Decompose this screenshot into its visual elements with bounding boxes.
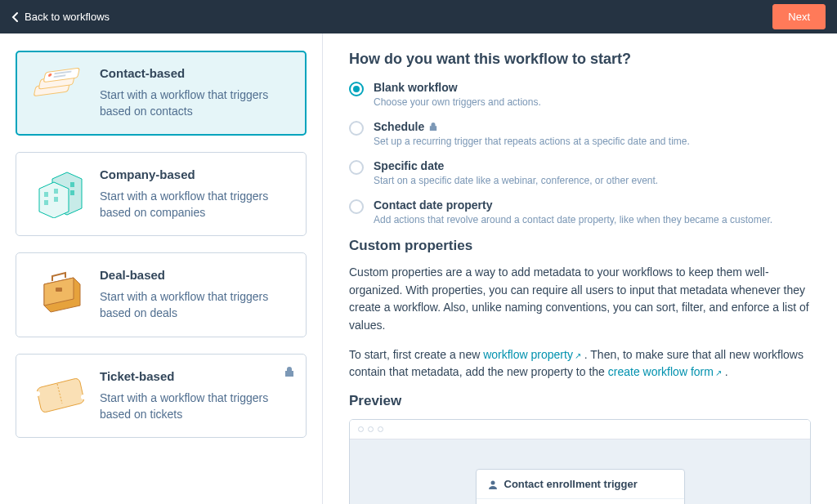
- svg-rect-12: [56, 288, 62, 292]
- option-schedule[interactable]: Schedule Set up a recurring trigger that…: [349, 120, 811, 147]
- card-desc: Start with a workflow that triggers base…: [100, 188, 291, 221]
- option-specific-date[interactable]: Specific date Start on a specific date l…: [349, 159, 811, 186]
- card-title: Contact-based: [100, 66, 291, 80]
- window-dot-icon: [368, 426, 374, 432]
- option-label: Specific date: [374, 159, 444, 172]
- card-desc: Start with a workflow that triggers base…: [100, 288, 291, 322]
- external-link-icon: ↗: [575, 351, 581, 360]
- custom-properties-instructions: To start, first create a new workflow pr…: [349, 346, 811, 381]
- svg-rect-8: [54, 189, 58, 194]
- next-button[interactable]: Next: [772, 4, 826, 29]
- buildings-icon: [28, 167, 88, 218]
- svg-point-13: [35, 391, 40, 396]
- card-desc: Start with a workflow that triggers base…: [100, 390, 291, 423]
- trigger-title: Contact enrollment trigger: [504, 478, 638, 490]
- radio-input[interactable]: [349, 199, 364, 214]
- ticket-icon: [28, 369, 88, 420]
- card-ticket-based[interactable]: Ticket-based Start with a workflow that …: [16, 354, 307, 439]
- svg-rect-10: [70, 182, 74, 187]
- back-button[interactable]: Back to workflows: [11, 11, 110, 23]
- card-contact-based[interactable]: Contact-based Start with a workflow that…: [16, 51, 307, 136]
- svg-point-15: [490, 480, 495, 484]
- external-link-icon: ↗: [715, 368, 722, 377]
- preview-frame: Contact enrollment trigger: [349, 419, 811, 504]
- svg-point-14: [81, 395, 86, 399]
- svg-rect-11: [70, 190, 74, 195]
- create-workflow-form-link[interactable]: create workflow form↗: [608, 365, 722, 378]
- option-label: Blank workflow: [374, 81, 458, 94]
- chevron-left-icon: [11, 12, 18, 22]
- radio-input[interactable]: [349, 82, 364, 96]
- contact-cards-icon: [28, 66, 88, 117]
- back-label: Back to workflows: [25, 11, 110, 23]
- card-desc: Start with a workflow that triggers base…: [100, 87, 291, 120]
- option-blank-workflow[interactable]: Blank workflow Choose your own triggers …: [349, 81, 811, 108]
- card-deal-based[interactable]: Deal-based Start with a workflow that tr…: [16, 252, 307, 337]
- custom-properties-desc: Custom properties are a way to add metad…: [349, 264, 811, 335]
- workflow-property-link[interactable]: workflow property↗: [483, 348, 581, 361]
- svg-rect-7: [44, 200, 48, 205]
- svg-rect-9: [54, 197, 58, 202]
- right-panel: How do you want this workflow to start? …: [323, 33, 837, 504]
- trigger-card: Contact enrollment trigger: [476, 469, 685, 504]
- start-heading: How do you want this workflow to start?: [349, 51, 811, 68]
- option-contact-date-property[interactable]: Contact date property Add actions that r…: [349, 198, 811, 225]
- option-desc: Start on a specific date like a webinar,…: [374, 175, 658, 186]
- option-desc: Add actions that revolve around a contac…: [374, 214, 772, 225]
- card-title: Company-based: [100, 167, 291, 181]
- option-desc: Set up a recurring trigger that repeats …: [374, 136, 690, 147]
- card-title: Deal-based: [100, 268, 291, 282]
- window-dot-icon: [378, 426, 383, 432]
- option-label: Schedule: [374, 120, 424, 133]
- preview-canvas: Contact enrollment trigger: [350, 439, 810, 504]
- svg-rect-6: [44, 192, 48, 197]
- radio-input[interactable]: [349, 160, 364, 175]
- trigger-body-placeholder: [477, 499, 684, 504]
- briefcase-icon: [28, 268, 88, 319]
- workflow-type-sidebar: Contact-based Start with a workflow that…: [0, 33, 323, 504]
- preview-window-titlebar: [350, 420, 810, 439]
- custom-properties-heading: Custom properties: [349, 238, 811, 254]
- person-icon: [488, 479, 498, 489]
- card-title: Ticket-based: [100, 369, 291, 383]
- window-dot-icon: [358, 426, 364, 432]
- lock-icon: [284, 366, 294, 377]
- main-layout: Contact-based Start with a workflow that…: [0, 33, 837, 504]
- card-company-based[interactable]: Company-based Start with a workflow that…: [16, 152, 307, 237]
- preview-heading: Preview: [349, 393, 811, 409]
- option-desc: Choose your own triggers and actions.: [374, 96, 541, 108]
- top-bar: Back to workflows Next: [0, 0, 837, 33]
- option-label: Contact date property: [374, 198, 492, 212]
- lock-icon: [429, 122, 437, 132]
- radio-input[interactable]: [349, 121, 364, 136]
